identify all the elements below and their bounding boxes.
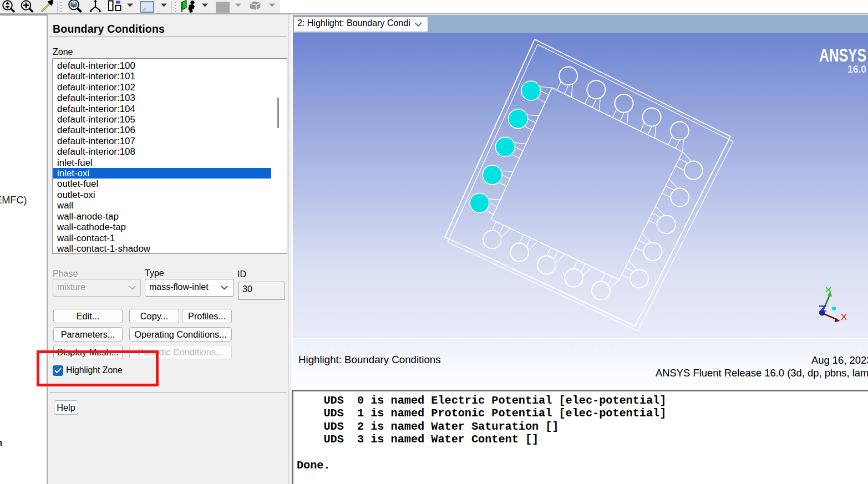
svg-text:ANSYS: ANSYS [819,45,866,65]
svg-text:16.0: 16.0 [847,63,866,75]
